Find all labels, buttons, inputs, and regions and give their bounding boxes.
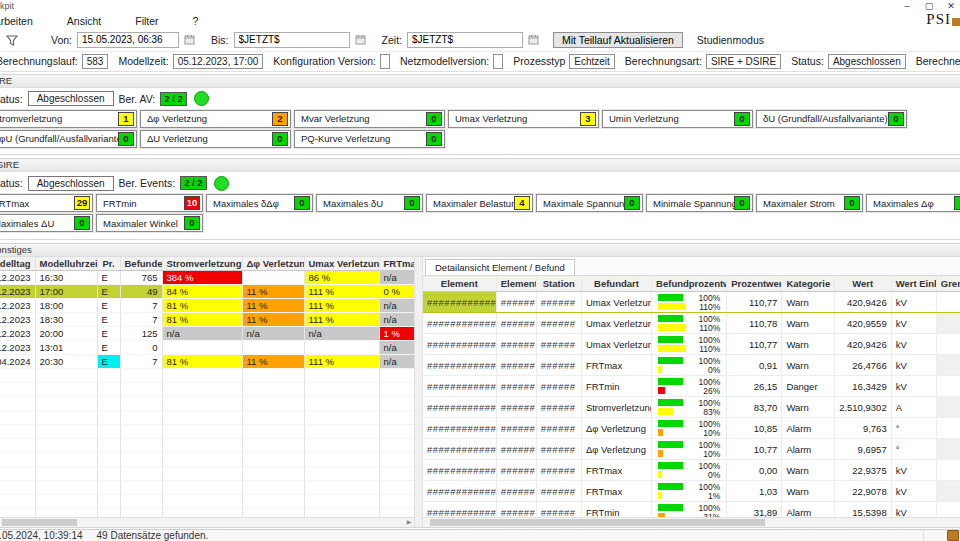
column-header[interactable]: Modelluhrzeit	[35, 257, 97, 271]
detail-hscroll-thumb[interactable]	[430, 519, 765, 526]
study-mode-label[interactable]: Studienmodus	[697, 34, 764, 46]
cell-violation-percent: 86 %	[304, 271, 379, 285]
berechnungslauf-label: Berechnungslauf:	[0, 55, 78, 67]
column-header[interactable]: Pr.	[97, 257, 120, 271]
violation-tile[interactable]: FRTmin10	[96, 194, 203, 212]
result-row[interactable]: 05.12.202313:01E0n/a	[0, 341, 414, 355]
menu-ansicht[interactable]: Ansicht	[67, 15, 101, 27]
befund-row[interactable]: ##########################FRTmax100%1%1,…	[423, 481, 960, 502]
result-row[interactable]: 05.12.202317:00E4984 %11 %111 %0 %	[0, 285, 414, 299]
result-row[interactable]: 05.12.202318:30E781 %11 %111 %n/a	[0, 313, 414, 327]
column-header[interactable]: Δφ Verletzung	[242, 257, 304, 271]
violation-tile[interactable]: Maximaler Winkel0	[96, 214, 203, 232]
calendar-icon[interactable]	[355, 34, 366, 45]
menu-filter[interactable]: Filter	[135, 15, 158, 27]
menu-help[interactable]: ?	[193, 15, 199, 27]
befund-row[interactable]: ##########################Umax Verletzun…	[423, 292, 960, 313]
violation-tile[interactable]: Maximale Spannung0	[536, 194, 643, 212]
empty-cell	[0, 383, 35, 397]
column-header[interactable]: Kategorie	[782, 276, 834, 292]
cell-wert-einheit: kV	[891, 460, 936, 481]
column-header[interactable]: Befundprozentwert	[652, 276, 727, 292]
cell-element: ##############	[423, 460, 496, 481]
bis-input[interactable]	[234, 32, 350, 48]
empty-cell	[35, 425, 97, 439]
filter-icon[interactable]	[6, 34, 18, 46]
befund-row[interactable]: ##########################Umax Verletzun…	[423, 313, 960, 334]
column-header[interactable]: Station	[536, 276, 581, 292]
column-header[interactable]: Grenzwert	[936, 276, 960, 292]
empty-cell	[162, 411, 242, 425]
bar-label: 110%	[699, 302, 722, 312]
update-with-partial-run-button[interactable]: Mit Teillauf Aktualisieren	[553, 32, 683, 48]
column-header[interactable]: Prozentwert	[727, 276, 782, 292]
bar-line: 1%	[656, 491, 722, 500]
calendar-icon[interactable]	[184, 34, 195, 45]
tile-count-badge: 0	[426, 132, 442, 146]
result-row[interactable]: 05.12.202318:00E781 %11 %111 %n/a	[0, 299, 414, 313]
column-header[interactable]: Umax Verletzung	[304, 257, 379, 271]
violation-tile[interactable]: Umax Verletzung3	[448, 110, 599, 128]
minimize-button[interactable]: –	[900, 0, 914, 12]
violation-tile[interactable]: ΔU Verletzung0	[140, 130, 291, 148]
results-hscroll-thumb[interactable]	[2, 519, 77, 526]
violation-tile[interactable]: Umin Verletzung0	[602, 110, 753, 128]
panel-splitter[interactable]	[414, 257, 423, 527]
percent-bar	[658, 399, 683, 406]
column-header[interactable]: Elementtyp	[496, 276, 536, 292]
befund-row[interactable]: ##########################Stromverletzun…	[423, 397, 960, 418]
violation-tile[interactable]: PQ-Kurve Verletzung0	[294, 130, 445, 148]
befund-row[interactable]: ##########################Δφ Verletzung1…	[423, 418, 960, 439]
calendar-icon[interactable]	[528, 34, 539, 45]
violation-tile[interactable]: Maximales ΔU0	[0, 214, 93, 232]
status-bar: 07.05.2024, 10:39:14 49 Datensätze gefun…	[0, 529, 960, 541]
befund-row[interactable]: ##########################Umax Verletzun…	[423, 334, 960, 355]
zeit-input[interactable]	[407, 32, 523, 48]
befund-row[interactable]: ##########################Δφ Verletzung1…	[423, 439, 960, 460]
scroll-right-arrow-icon[interactable]: ▶	[404, 518, 414, 526]
sonstiges-section: Sonstiges ModelltagModelluhrzeitPr.Befun…	[0, 243, 960, 528]
results-table-header: ModelltagModelluhrzeitPr.BefundeStromver…	[0, 257, 414, 271]
violation-tile[interactable]: Maximales δU0	[316, 194, 423, 212]
bar-line: 110%	[656, 302, 722, 311]
cell-elementtyp: ######	[496, 481, 536, 502]
cell-kategorie: Warn	[782, 334, 834, 355]
violation-tile[interactable]: Minimale Spannung0	[646, 194, 753, 212]
violation-tile[interactable]: Maximaler Belastungswinkel4	[426, 194, 533, 212]
percent-bar	[658, 303, 686, 310]
cell-violation-percent: 11 %	[242, 285, 304, 299]
menu-bearbeiten[interactable]: Bearbeiten	[0, 15, 33, 27]
column-header[interactable]: Wert	[834, 276, 891, 292]
result-row[interactable]: 05.12.202320:00E125n/an/an/a1 %	[0, 327, 414, 341]
column-header[interactable]: Befundart	[581, 276, 651, 292]
violation-tile[interactable]: Maximaler Strom0	[756, 194, 863, 212]
violation-tile[interactable]: ΔφU (Grundfall/Ausfallvariante) Verletzu…	[0, 130, 137, 148]
cell-wert: 420,9559	[834, 313, 891, 334]
result-row[interactable]: 04.202420:30E781 %11 %111 %n/a	[0, 355, 414, 369]
violation-tile[interactable]: Stromverletzung1	[0, 110, 137, 128]
column-header[interactable]: Modelltag	[0, 257, 35, 271]
violation-tile[interactable]: FRTmax29	[0, 194, 93, 212]
violation-tile[interactable]: Maximales Δφ0	[866, 194, 960, 212]
tab-detailansicht[interactable]: Detailansicht Element / Befund	[425, 259, 575, 275]
violation-tile[interactable]: Maximales δΔφ0	[206, 194, 313, 212]
column-header[interactable]: Stromverletzung	[162, 257, 242, 271]
empty-cell	[97, 397, 120, 411]
befund-row[interactable]: ##########################FRTmax100%0%0,…	[423, 460, 960, 481]
tile-count-badge: 3	[580, 112, 596, 126]
violation-tile[interactable]: Mvar Verletzung0	[294, 110, 445, 128]
befund-row[interactable]: ##########################FRTmin100%26%2…	[423, 376, 960, 397]
violation-tile[interactable]: δU (Grundfall/Ausfallvariante) Verletzun…	[756, 110, 907, 128]
column-header[interactable]: Element	[423, 276, 496, 292]
column-header[interactable]: Befunde	[120, 257, 162, 271]
column-header[interactable]: Wert Einheit	[891, 276, 936, 292]
result-row[interactable]: 05.12.202316:30E765384 %86 %n/a	[0, 271, 414, 285]
violation-tile[interactable]: Δφ Verletzung2	[140, 110, 291, 128]
empty-cell	[120, 383, 162, 397]
von-input[interactable]	[77, 32, 179, 48]
befund-row[interactable]: ##########################FRTmax100%0%0,…	[423, 355, 960, 376]
cell-befundart: Δφ Verletzung	[581, 418, 651, 439]
percent-bar	[658, 378, 683, 385]
column-header[interactable]: FRTmax	[379, 257, 414, 271]
detail-hscrollbar: ▶	[423, 517, 960, 527]
